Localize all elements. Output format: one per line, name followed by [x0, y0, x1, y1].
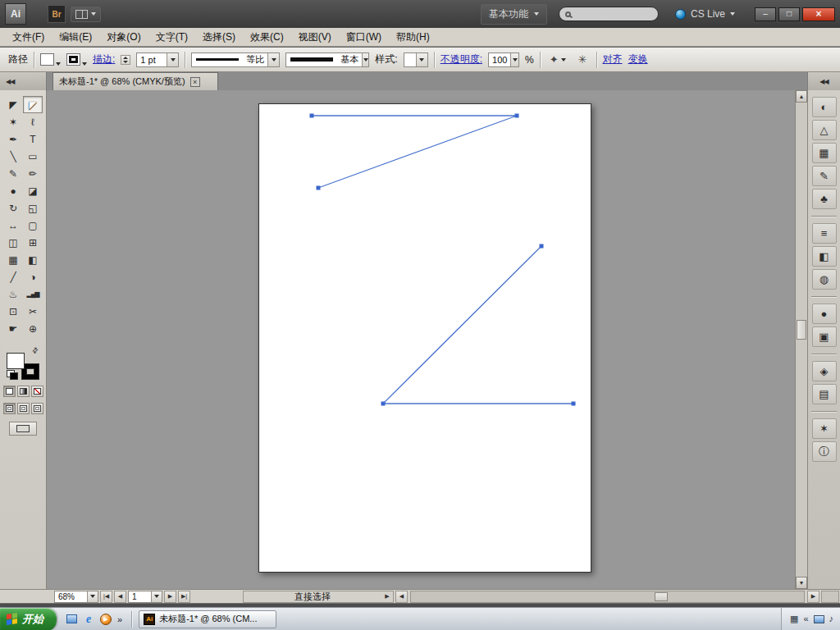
fill-color-dropdown[interactable] [40, 53, 61, 66]
restore-button[interactable]: □ [778, 7, 800, 21]
slice-tool[interactable]: ✂ [23, 303, 43, 320]
paintbrush-tool[interactable]: ✎ [3, 165, 23, 182]
tools-panel-collapse[interactable]: ◀◀ [0, 72, 47, 90]
volume-tray-icon[interactable]: ♪ [829, 614, 834, 623]
appearance-panel-button[interactable]: ● [812, 304, 837, 324]
scroll-right-button[interactable]: ▶ [807, 591, 819, 603]
mesh-tool[interactable]: ▦ [3, 251, 23, 268]
selection-tool[interactable]: ◤ [3, 96, 23, 113]
pathfinder-panel-button[interactable]: ✶ [812, 418, 837, 439]
anchor-point[interactable] [540, 244, 544, 249]
keyboard-tray-icon[interactable]: ▦ [790, 614, 798, 623]
stroke-weight-combo[interactable]: 1 pt [136, 52, 179, 67]
show-desktop-button[interactable] [64, 612, 79, 627]
stroke-panel-button[interactable]: ≡ [812, 223, 837, 244]
anchor-point[interactable] [381, 402, 386, 406]
workspace-switcher[interactable]: 基本功能 [481, 4, 547, 25]
scroll-up-button[interactable]: ▲ [796, 90, 807, 103]
menu-file[interactable]: 文件(F) [5, 28, 52, 47]
swap-fill-stroke-icon[interactable]: ⇄ [30, 345, 40, 355]
start-button[interactable]: 开始 [0, 608, 57, 630]
previous-artboard-button[interactable]: ◀ [114, 591, 126, 603]
artboards-panel-button[interactable]: ▤ [812, 384, 837, 404]
menu-window[interactable]: 窗口(W) [339, 28, 389, 47]
anchor-point[interactable] [515, 114, 519, 118]
direct-selection-tool[interactable]: ◤ [23, 96, 43, 113]
anchor-point[interactable] [317, 186, 321, 190]
color-mode-button[interactable] [3, 386, 16, 397]
canvas-pasteboard[interactable] [47, 90, 795, 589]
anchor-point[interactable] [572, 402, 576, 406]
status-menu-icon[interactable]: ▶ [381, 593, 393, 600]
minimize-button[interactable]: – [755, 7, 776, 21]
zigzag-path-bottom[interactable] [383, 246, 573, 404]
search-box[interactable] [559, 7, 659, 21]
document-close-icon[interactable]: × [190, 77, 200, 87]
draw-inside-button[interactable] [31, 403, 43, 414]
arrange-documents-button[interactable] [71, 7, 101, 22]
rectangle-tool[interactable]: ▭ [23, 148, 43, 165]
select-similar-button[interactable]: ✦ [546, 52, 569, 66]
layers-panel-button[interactable]: ◈ [812, 361, 837, 381]
next-artboard-button[interactable]: ▶ [164, 591, 176, 603]
width-profile-combo[interactable]: 等比 [191, 52, 280, 67]
zigzag-path-top[interactable] [312, 116, 517, 188]
menu-type[interactable]: 文字(T) [148, 28, 195, 47]
brushes-panel-button[interactable]: ✎ [812, 166, 837, 186]
stroke-panel-link[interactable]: 描边: [93, 52, 115, 66]
magic-wand-tool[interactable]: ✶ [3, 113, 23, 130]
gradient-tool[interactable]: ◧ [23, 251, 43, 268]
menu-view[interactable]: 视图(V) [291, 28, 339, 47]
pen-tool[interactable]: ✒ [3, 130, 23, 148]
artboard[interactable] [258, 103, 591, 573]
width-tool[interactable]: ↔ [3, 217, 23, 234]
last-artboard-button[interactable]: ▶| [178, 591, 190, 603]
rotate-tool[interactable]: ↻ [3, 199, 23, 217]
type-tool[interactable]: T [23, 130, 43, 148]
anchor-point[interactable] [310, 114, 314, 118]
panel-dock-collapse[interactable]: ◀◀ [807, 72, 840, 90]
first-artboard-button[interactable]: |◀ [100, 591, 112, 603]
opacity-combo[interactable]: 100 [488, 52, 519, 67]
scale-tool[interactable]: ◱ [23, 199, 43, 217]
swatches-panel-button[interactable]: ▦ [812, 143, 837, 163]
eraser-tool[interactable]: ◪ [23, 182, 43, 199]
vertical-scrollbar[interactable]: ▲ ▼ [795, 90, 807, 589]
document-tab[interactable]: 未标题-1* @ 68% (CMYK/预览) × [52, 72, 218, 90]
close-button[interactable]: × [802, 7, 835, 21]
brush-definition-combo[interactable]: 基本 [285, 52, 369, 67]
line-segment-tool[interactable]: ╲ [3, 148, 23, 165]
vertical-scroll-thumb[interactable] [797, 320, 806, 340]
artboard-tool[interactable]: ⊡ [3, 303, 23, 320]
taskbar-document-button[interactable]: Ai 未标题-1* @ 68% (CM... [139, 610, 276, 628]
artboard-navigation-combo[interactable]: 1 [128, 591, 162, 603]
lasso-tool[interactable]: ℓ [23, 113, 43, 130]
column-graph-tool[interactable]: ▂▄▆ [23, 285, 43, 303]
blend-tool[interactable]: ◑ [23, 268, 43, 285]
symbol-sprayer-tool[interactable]: ♨ [3, 285, 23, 303]
align-link[interactable]: 对齐 [603, 52, 623, 66]
menu-effect[interactable]: 效果(C) [243, 28, 291, 47]
media-player-button[interactable]: ▶ [98, 612, 113, 627]
menu-edit[interactable]: 编辑(E) [52, 28, 99, 47]
color-panel-button[interactable]: ◐ [812, 97, 837, 117]
shape-builder-tool[interactable]: ◫ [3, 234, 23, 251]
gradient-mode-button[interactable] [17, 386, 30, 397]
default-fill-stroke-icon[interactable] [7, 370, 18, 380]
scroll-left-button[interactable]: ◀ [395, 591, 408, 603]
zoom-tool[interactable]: ⊕ [23, 320, 43, 337]
menu-help[interactable]: 帮助(H) [389, 28, 437, 47]
tray-collapse-icon[interactable]: « [803, 614, 808, 623]
pencil-tool[interactable]: ✏ [23, 165, 43, 182]
bridge-icon[interactable]: Br [48, 5, 66, 23]
transform-link[interactable]: 变换 [628, 52, 648, 66]
fill-color-indicator[interactable] [7, 353, 25, 369]
horizontal-scroll-thumb[interactable] [655, 592, 668, 601]
opacity-link[interactable]: 不透明度: [441, 52, 482, 66]
symbols-panel-button[interactable]: ♣ [812, 189, 837, 209]
scroll-down-button[interactable]: ▼ [796, 577, 807, 589]
menu-object[interactable]: 对象(O) [99, 28, 148, 47]
eyedropper-tool[interactable]: ╱ [3, 268, 23, 285]
draw-behind-button[interactable] [17, 403, 30, 414]
blob-brush-tool[interactable]: ● [3, 182, 23, 199]
